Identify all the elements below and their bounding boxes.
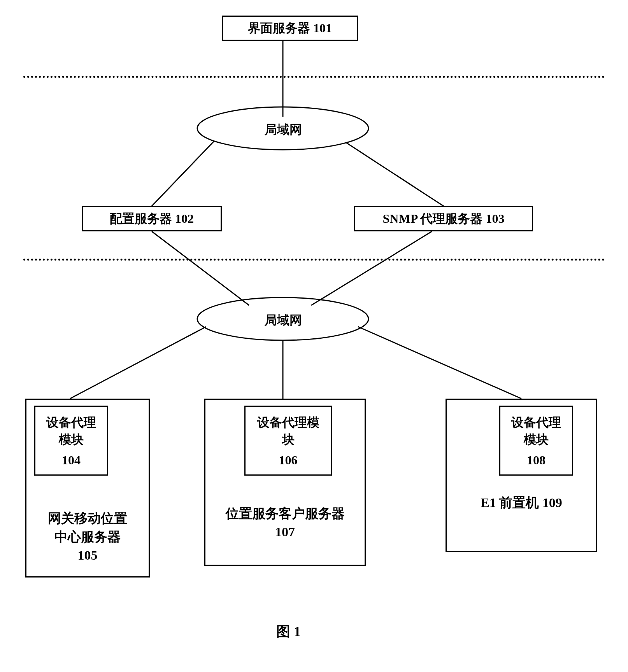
svg-line-4 (152, 231, 249, 305)
lcs-line2: 107 (205, 523, 365, 541)
device-agent-108-line1: 设备代理 (511, 414, 561, 431)
lcs-server-label: 位置服务客户服务器 107 (205, 504, 365, 541)
ui-server-box: 界面服务器 101 (222, 16, 358, 41)
svg-line-5 (311, 231, 432, 305)
svg-line-2 (152, 141, 214, 206)
device-agent-108-line2: 模块 (524, 431, 549, 448)
figure-label: 图 1 (276, 622, 301, 641)
snmp-server-box: SNMP 代理服务器 103 (354, 206, 533, 231)
config-server-box: 配置服务器 102 (82, 206, 222, 231)
device-agent-108-line3: 108 (527, 453, 546, 467)
lan1-label: 局域网 (265, 121, 302, 138)
e1-server-label: E1 前置机 109 (447, 494, 596, 512)
device-agent-104-box: 设备代理 模块 104 (34, 406, 108, 476)
gmlc-server-label: 网关移动位置 中心服务器 105 (26, 509, 149, 565)
device-agent-108-box: 设备代理 模块 108 (499, 406, 573, 476)
gmlc-server-box: 设备代理 模块 104 网关移动位置 中心服务器 105 (25, 399, 150, 578)
device-agent-106-box: 设备代理模 块 106 (244, 406, 332, 476)
gmlc-line1: 网关移动位置 (26, 509, 149, 528)
lcs-line1: 位置服务客户服务器 (205, 504, 365, 523)
device-agent-106-line1: 设备代理模 (257, 414, 319, 431)
lcs-server-box: 设备代理模 块 106 位置服务客户服务器 107 (204, 399, 366, 566)
device-agent-104-line3: 104 (62, 453, 81, 467)
svg-line-7 (70, 327, 206, 399)
snmp-server-label: SNMP 代理服务器 103 (383, 210, 505, 228)
divider-2 (23, 259, 605, 261)
svg-line-9 (358, 327, 521, 399)
config-server-label: 配置服务器 102 (110, 210, 194, 228)
device-agent-104-line2: 模块 (59, 431, 84, 448)
lan2-label: 局域网 (265, 312, 302, 329)
device-agent-104-line1: 设备代理 (46, 414, 96, 431)
e1-line1: E1 前置机 109 (447, 494, 596, 512)
gmlc-line3: 105 (26, 546, 149, 565)
svg-line-3 (346, 143, 444, 206)
device-agent-106-line2: 块 (282, 431, 295, 448)
ui-server-label: 界面服务器 101 (248, 20, 332, 37)
divider-1 (23, 76, 605, 78)
gmlc-line2: 中心服务器 (26, 528, 149, 546)
device-agent-106-line3: 106 (279, 453, 298, 467)
architecture-diagram: 界面服务器 101 局域网 配置服务器 102 SNMP 代理服务器 103 局… (23, 16, 605, 638)
e1-server-box: 设备代理 模块 108 E1 前置机 109 (446, 399, 597, 552)
